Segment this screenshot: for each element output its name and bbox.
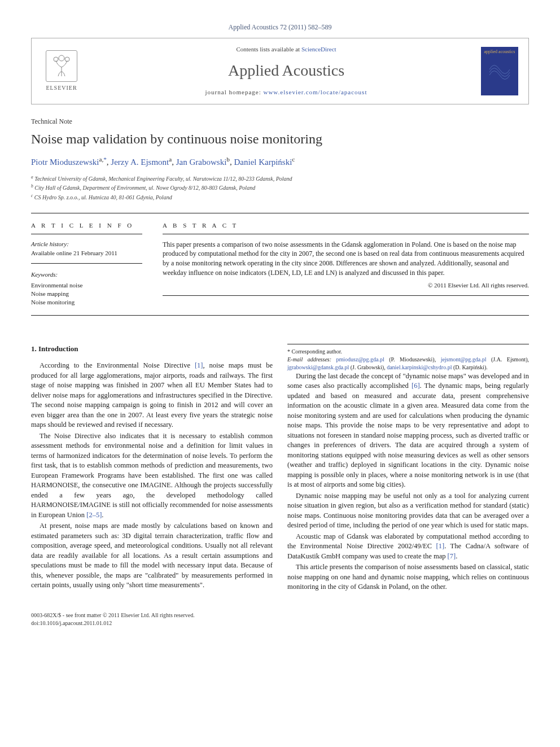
article-body: 1. Introduction According to the Environ… bbox=[31, 344, 529, 597]
publisher-name: ELSEVIER bbox=[46, 84, 77, 92]
body-paragraph: During the last decade the concept of "d… bbox=[287, 372, 529, 490]
footnotes-block: * Corresponding author. E-mail addresses… bbox=[287, 344, 529, 372]
citation-link-2-5[interactable]: [2–5] bbox=[86, 511, 102, 519]
journal-reference: Applied Acoustics 72 (2011) 582–589 bbox=[31, 23, 529, 32]
article-info-heading: A R T I C L E I N F O bbox=[31, 221, 142, 234]
author-email-3[interactable]: jgrabowski@gdansk.gda.pl bbox=[287, 364, 349, 370]
homepage-line: journal homepage: www.elsevier.com/locat… bbox=[91, 88, 481, 97]
body-paragraph: According to the Environmental Noise Dir… bbox=[31, 361, 273, 430]
body-paragraph: This article presents the comparison of … bbox=[287, 562, 529, 592]
author-4-affiliation-sup: c bbox=[292, 156, 295, 163]
journal-cover-thumbnail[interactable]: applied acoustics bbox=[481, 47, 518, 95]
doi-line: doi:10.1016/j.apacoust.2011.01.012 bbox=[31, 619, 529, 627]
keyword-item: Environmental noise bbox=[31, 281, 142, 290]
body-paragraph: Acoustic map of Gdansk was elaborated by… bbox=[287, 532, 529, 562]
affiliations-block: a Technical University of Gdansk, Mechan… bbox=[31, 174, 529, 202]
author-link-4[interactable]: Daniel Karpiński bbox=[234, 158, 292, 167]
journal-name: Applied Acoustics bbox=[91, 59, 481, 81]
article-type: Technical Note bbox=[31, 117, 529, 126]
section-heading-intro: 1. Introduction bbox=[31, 344, 273, 354]
citation-link-6[interactable]: [6] bbox=[412, 382, 420, 390]
citation-link-1[interactable]: [1] bbox=[195, 361, 203, 369]
cover-graphic-icon bbox=[488, 58, 511, 81]
available-online-date: Available online 21 February 2011 bbox=[31, 249, 142, 264]
affiliation-b: b City Hall of Gdansk, Department of Env… bbox=[31, 183, 529, 192]
author-link-1[interactable]: Piotr Mioduszewski bbox=[31, 158, 99, 167]
abstract-copyright: © 2011 Elsevier Ltd. All rights reserved… bbox=[163, 281, 529, 296]
author-1-affiliation-sup: a,* bbox=[99, 156, 106, 163]
cover-title: applied acoustics bbox=[484, 50, 515, 55]
citation-link-1b[interactable]: [1] bbox=[436, 542, 445, 550]
abstract-text: This paper presents a comparison of two … bbox=[163, 240, 529, 278]
front-matter-line: 0003-682X/$ - see front matter © 2011 El… bbox=[31, 611, 529, 619]
homepage-prefix: journal homepage: bbox=[205, 89, 264, 95]
body-paragraph: The Noise Directive also indicates that … bbox=[31, 431, 273, 521]
citation-link-7[interactable]: [7] bbox=[448, 552, 456, 560]
author-sep: , bbox=[172, 158, 176, 167]
body-paragraph: Dynamic noise mapping may be useful not … bbox=[287, 491, 529, 531]
contents-prefix: Contents lists available at bbox=[236, 46, 301, 53]
email-label: E-mail addresses: bbox=[287, 356, 336, 362]
corresponding-author-note: * Corresponding author. bbox=[287, 348, 529, 356]
doi-block: 0003-682X/$ - see front matter © 2011 El… bbox=[31, 611, 529, 627]
article-info-block: A R T I C L E I N F O Article history: A… bbox=[31, 221, 152, 307]
author-email-4[interactable]: daniel.karpinski@cshydro.pl bbox=[387, 364, 452, 370]
journal-homepage-link[interactable]: www.elsevier.com/locate/apacoust bbox=[263, 89, 367, 95]
abstract-block: A B S T R A C T This paper presents a co… bbox=[152, 221, 529, 307]
keyword-item: Noise mapping bbox=[31, 290, 142, 298]
keywords-heading: Keywords: bbox=[31, 270, 142, 279]
author-list: Piotr Mioduszewskia,*, Jerzy A. Ejsmonta… bbox=[31, 155, 529, 168]
publisher-logo[interactable]: ELSEVIER bbox=[42, 49, 81, 94]
author-email-1[interactable]: pmiodusz@pg.gda.pl bbox=[336, 356, 384, 362]
keyword-item: Noise monitoring bbox=[31, 298, 142, 307]
contents-line: Contents lists available at ScienceDirec… bbox=[91, 45, 481, 54]
journal-reference-link[interactable]: Applied Acoustics 72 (2011) 582–589 bbox=[229, 23, 332, 31]
journal-header-box: ELSEVIER Contents lists available at Sci… bbox=[31, 38, 529, 104]
elsevier-tree-icon bbox=[46, 50, 77, 82]
affiliation-c: c CS Hydro Sp. z.o.o., ul. Hutnicza 40, … bbox=[31, 193, 529, 202]
abstract-heading: A B S T R A C T bbox=[163, 221, 529, 234]
body-paragraph: At present, noise maps are made mostly b… bbox=[31, 521, 273, 591]
article-history-heading: Article history: bbox=[31, 240, 142, 248]
author-link-3[interactable]: Jan Grabowski bbox=[176, 158, 227, 167]
svg-point-2 bbox=[59, 55, 64, 61]
sciencedirect-link[interactable]: ScienceDirect bbox=[301, 46, 336, 53]
article-title: Noise map validation by continuous noise… bbox=[31, 130, 529, 149]
email-addresses-line: E-mail addresses: pmiodusz@pg.gda.pl (P.… bbox=[287, 356, 529, 372]
author-email-2[interactable]: jejsmont@pg.gda.pl bbox=[441, 356, 487, 362]
author-link-2[interactable]: Jerzy A. Ejsmont bbox=[111, 158, 169, 167]
affiliation-a: a Technical University of Gdansk, Mechan… bbox=[31, 174, 529, 183]
